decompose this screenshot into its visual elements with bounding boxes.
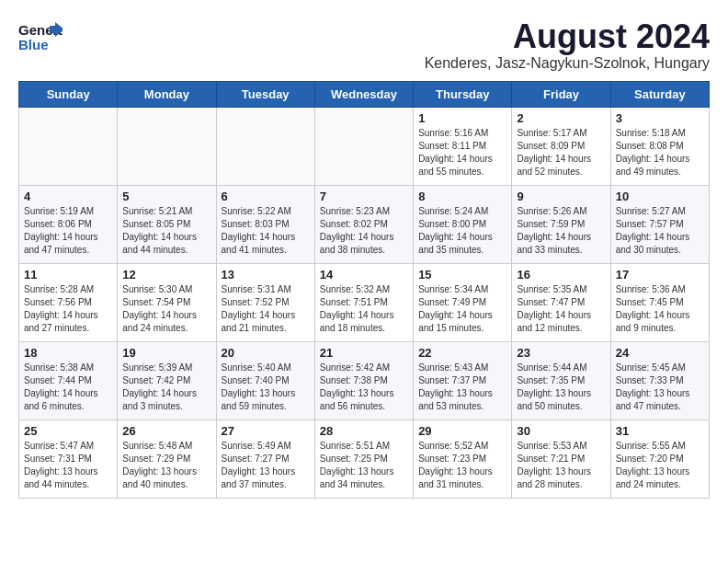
day-detail: Sunrise: 5:44 AM Sunset: 7:35 PM Dayligh… — [517, 362, 605, 413]
day-number: 22 — [418, 346, 506, 360]
day-detail: Sunrise: 5:16 AM Sunset: 8:11 PM Dayligh… — [418, 127, 506, 178]
weekday-header: Saturday — [610, 81, 709, 107]
calendar-cell: 12Sunrise: 5:30 AM Sunset: 7:54 PM Dayli… — [118, 263, 216, 341]
calendar-cell: 16Sunrise: 5:35 AM Sunset: 7:47 PM Dayli… — [512, 263, 610, 341]
day-number: 4 — [24, 190, 112, 203]
weekday-header: Tuesday — [216, 81, 314, 107]
day-number: 31 — [616, 424, 704, 438]
calendar-cell: 3Sunrise: 5:18 AM Sunset: 8:08 PM Daylig… — [610, 107, 709, 185]
calendar-cell: 25Sunrise: 5:47 AM Sunset: 7:31 PM Dayli… — [19, 419, 118, 498]
calendar-cell: 7Sunrise: 5:23 AM Sunset: 8:02 PM Daylig… — [314, 185, 413, 263]
weekday-header: Thursday — [414, 81, 512, 107]
day-detail: Sunrise: 5:28 AM Sunset: 7:56 PM Dayligh… — [24, 283, 112, 335]
day-detail: Sunrise: 5:48 AM Sunset: 7:29 PM Dayligh… — [122, 440, 210, 491]
calendar-cell: 13Sunrise: 5:31 AM Sunset: 7:52 PM Dayli… — [216, 263, 314, 341]
calendar-cell: 22Sunrise: 5:43 AM Sunset: 7:37 PM Dayli… — [414, 341, 512, 419]
day-number: 10 — [616, 190, 704, 203]
day-number: 9 — [517, 190, 605, 203]
calendar-cell — [118, 107, 216, 185]
calendar-cell: 18Sunrise: 5:38 AM Sunset: 7:44 PM Dayli… — [19, 341, 118, 419]
day-detail: Sunrise: 5:22 AM Sunset: 8:03 PM Dayligh… — [222, 205, 310, 257]
calendar-cell: 24Sunrise: 5:45 AM Sunset: 7:33 PM Dayli… — [610, 341, 709, 419]
calendar-cell: 31Sunrise: 5:55 AM Sunset: 7:20 PM Dayli… — [610, 419, 709, 498]
calendar-week-row: 1Sunrise: 5:16 AM Sunset: 8:11 PM Daylig… — [19, 107, 710, 185]
day-detail: Sunrise: 5:52 AM Sunset: 7:23 PM Dayligh… — [418, 440, 506, 491]
calendar-cell: 6Sunrise: 5:22 AM Sunset: 8:03 PM Daylig… — [216, 185, 314, 263]
day-detail: Sunrise: 5:39 AM Sunset: 7:42 PM Dayligh… — [122, 362, 210, 413]
calendar-cell: 14Sunrise: 5:32 AM Sunset: 7:51 PM Dayli… — [314, 263, 413, 341]
day-detail: Sunrise: 5:21 AM Sunset: 8:05 PM Dayligh… — [122, 205, 210, 257]
calendar-week-row: 11Sunrise: 5:28 AM Sunset: 7:56 PM Dayli… — [19, 263, 710, 341]
day-number: 11 — [24, 268, 112, 282]
month-year: August 2024 — [425, 18, 710, 55]
calendar-cell: 21Sunrise: 5:42 AM Sunset: 7:38 PM Dayli… — [314, 341, 413, 419]
day-number: 17 — [616, 268, 704, 282]
calendar-cell: 20Sunrise: 5:40 AM Sunset: 7:40 PM Dayli… — [216, 341, 314, 419]
day-number: 13 — [222, 268, 310, 282]
calendar-cell: 5Sunrise: 5:21 AM Sunset: 8:05 PM Daylig… — [118, 185, 216, 263]
svg-text:Blue: Blue — [18, 37, 49, 52]
location: Kenderes, Jasz-Nagykun-Szolnok, Hungary — [425, 55, 710, 72]
calendar-week-row: 4Sunrise: 5:19 AM Sunset: 8:06 PM Daylig… — [19, 185, 710, 263]
calendar-cell: 8Sunrise: 5:24 AM Sunset: 8:00 PM Daylig… — [414, 185, 512, 263]
day-number: 16 — [517, 268, 605, 282]
day-number: 24 — [616, 346, 704, 360]
day-detail: Sunrise: 5:35 AM Sunset: 7:47 PM Dayligh… — [517, 283, 605, 335]
day-detail: Sunrise: 5:34 AM Sunset: 7:49 PM Dayligh… — [418, 283, 506, 335]
day-detail: Sunrise: 5:38 AM Sunset: 7:44 PM Dayligh… — [24, 362, 112, 413]
day-number: 23 — [517, 346, 605, 360]
day-number: 8 — [418, 190, 506, 203]
day-detail: Sunrise: 5:47 AM Sunset: 7:31 PM Dayligh… — [24, 440, 112, 491]
header: General Blue August 2024 Kenderes, Jasz-… — [18, 18, 710, 72]
calendar-cell: 1Sunrise: 5:16 AM Sunset: 8:11 PM Daylig… — [414, 107, 512, 185]
day-number: 5 — [122, 190, 210, 203]
weekday-header: Monday — [118, 81, 216, 107]
weekday-header: Sunday — [19, 81, 118, 107]
weekday-row: SundayMondayTuesdayWednesdayThursdayFrid… — [19, 81, 710, 107]
calendar-week-row: 25Sunrise: 5:47 AM Sunset: 7:31 PM Dayli… — [19, 419, 710, 498]
calendar-cell: 2Sunrise: 5:17 AM Sunset: 8:09 PM Daylig… — [512, 107, 610, 185]
day-number: 30 — [517, 424, 605, 438]
title-section: August 2024 Kenderes, Jasz-Nagykun-Szoln… — [425, 18, 710, 72]
calendar-cell: 26Sunrise: 5:48 AM Sunset: 7:29 PM Dayli… — [118, 419, 216, 498]
day-detail: Sunrise: 5:40 AM Sunset: 7:40 PM Dayligh… — [222, 362, 310, 413]
calendar-cell — [216, 107, 314, 185]
calendar-cell — [314, 107, 413, 185]
calendar-cell: 29Sunrise: 5:52 AM Sunset: 7:23 PM Dayli… — [414, 419, 512, 498]
day-detail: Sunrise: 5:49 AM Sunset: 7:27 PM Dayligh… — [222, 440, 310, 491]
logo-icon: General Blue — [18, 18, 63, 55]
day-detail: Sunrise: 5:36 AM Sunset: 7:45 PM Dayligh… — [616, 283, 704, 335]
day-number: 21 — [320, 346, 408, 360]
weekday-header: Friday — [512, 81, 610, 107]
day-detail: Sunrise: 5:24 AM Sunset: 8:00 PM Dayligh… — [418, 205, 506, 257]
day-number: 15 — [418, 268, 506, 282]
calendar-week-row: 18Sunrise: 5:38 AM Sunset: 7:44 PM Dayli… — [19, 341, 710, 419]
day-detail: Sunrise: 5:45 AM Sunset: 7:33 PM Dayligh… — [616, 362, 704, 413]
calendar-cell: 28Sunrise: 5:51 AM Sunset: 7:25 PM Dayli… — [314, 419, 413, 498]
day-number: 7 — [320, 190, 408, 203]
day-detail: Sunrise: 5:43 AM Sunset: 7:37 PM Dayligh… — [418, 362, 506, 413]
calendar-cell: 17Sunrise: 5:36 AM Sunset: 7:45 PM Dayli… — [610, 263, 709, 341]
day-detail: Sunrise: 5:55 AM Sunset: 7:20 PM Dayligh… — [616, 440, 704, 491]
calendar-header: SundayMondayTuesdayWednesdayThursdayFrid… — [19, 81, 710, 107]
calendar-body: 1Sunrise: 5:16 AM Sunset: 8:11 PM Daylig… — [19, 107, 710, 498]
day-number: 19 — [122, 346, 210, 360]
weekday-header: Wednesday — [314, 81, 413, 107]
calendar-cell: 9Sunrise: 5:26 AM Sunset: 7:59 PM Daylig… — [512, 185, 610, 263]
day-detail: Sunrise: 5:31 AM Sunset: 7:52 PM Dayligh… — [222, 283, 310, 335]
day-number: 12 — [122, 268, 210, 282]
calendar-cell — [19, 107, 118, 185]
day-number: 2 — [517, 111, 605, 125]
day-number: 26 — [122, 424, 210, 438]
calendar-cell: 10Sunrise: 5:27 AM Sunset: 7:57 PM Dayli… — [610, 185, 709, 263]
day-detail: Sunrise: 5:17 AM Sunset: 8:09 PM Dayligh… — [517, 127, 605, 178]
day-detail: Sunrise: 5:42 AM Sunset: 7:38 PM Dayligh… — [320, 362, 408, 413]
day-detail: Sunrise: 5:26 AM Sunset: 7:59 PM Dayligh… — [517, 205, 605, 257]
day-detail: Sunrise: 5:51 AM Sunset: 7:25 PM Dayligh… — [320, 440, 408, 491]
day-number: 18 — [24, 346, 112, 360]
day-number: 20 — [222, 346, 310, 360]
day-detail: Sunrise: 5:32 AM Sunset: 7:51 PM Dayligh… — [320, 283, 408, 335]
calendar-cell: 4Sunrise: 5:19 AM Sunset: 8:06 PM Daylig… — [19, 185, 118, 263]
day-detail: Sunrise: 5:27 AM Sunset: 7:57 PM Dayligh… — [616, 205, 704, 257]
day-number: 3 — [616, 111, 704, 125]
